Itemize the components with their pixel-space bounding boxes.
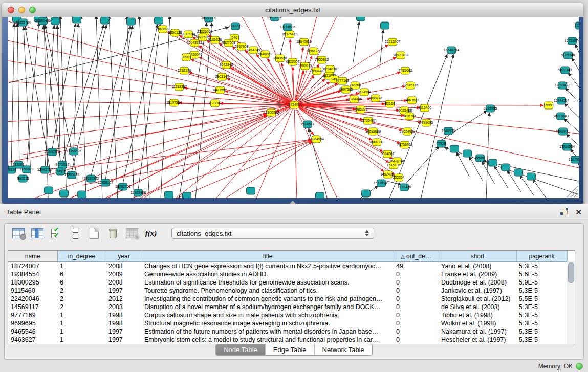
graph-node[interactable]: 67919 xyxy=(437,140,446,147)
graph-node[interactable] xyxy=(155,17,163,24)
graph-node[interactable]: 7857223 xyxy=(229,23,243,30)
graph-node[interactable] xyxy=(101,17,110,24)
table-row[interactable]: 1456911722003Disruption of a novel membe… xyxy=(8,303,567,311)
graph-node[interactable]: 9545 xyxy=(476,155,485,162)
graph-node[interactable]: 12975115 xyxy=(403,82,418,89)
graph-node[interactable]: 16210643 xyxy=(553,113,569,120)
graph-node[interactable]: 98903 xyxy=(182,54,191,61)
tab-node-table[interactable]: Node Table xyxy=(216,344,265,355)
graph-node[interactable]: 8813034 xyxy=(268,17,282,21)
graph-node[interactable]: 1514547 xyxy=(301,121,315,128)
table-selector-dropdown[interactable]: citations_edges.txt xyxy=(171,228,374,239)
graph-node[interactable]: 15751074 xyxy=(564,37,579,45)
table-row[interactable]: 969969511998Structural magnetic resonanc… xyxy=(8,319,567,327)
graph-node[interactable]: 16033809 xyxy=(201,17,216,22)
graph-node[interactable]: 82160 xyxy=(385,100,395,107)
table-row[interactable]: 946554611997Estimation of the future num… xyxy=(8,327,567,336)
graph-node[interactable]: 9227343 xyxy=(558,67,572,74)
graph-node[interactable]: 39134 xyxy=(8,166,16,173)
graph-node[interactable] xyxy=(8,164,9,171)
graph-node[interactable]: 7485063 xyxy=(399,67,412,74)
column-header-short[interactable]: short xyxy=(439,251,516,262)
new-table-button[interactable] xyxy=(88,227,101,239)
graph-node[interactable] xyxy=(450,145,459,152)
table-row[interactable]: 911546021997Tourette syndrome. Phenomeno… xyxy=(8,287,567,295)
column-header-out_de[interactable]: △out_de… xyxy=(394,251,439,262)
graph-node[interactable]: 13505115 xyxy=(64,171,79,179)
graph-node[interactable]: 17016504 xyxy=(559,143,575,150)
panel-splitter-handle[interactable] xyxy=(290,201,296,204)
graph-node[interactable]: 252254 xyxy=(393,174,405,181)
graph-node[interactable]: 9899695 xyxy=(420,119,433,126)
graph-node[interactable]: 114515 xyxy=(55,168,66,175)
graph-node[interactable] xyxy=(60,190,69,197)
graph-node[interactable] xyxy=(357,17,365,21)
clear-selection-button[interactable] xyxy=(69,227,82,239)
graph-node[interactable] xyxy=(183,192,191,198)
graph-node[interactable]: 1990448 xyxy=(310,68,324,75)
column-header-name[interactable]: name xyxy=(8,251,57,262)
table-settings-button[interactable] xyxy=(12,227,25,239)
graph-node[interactable]: 12093872 xyxy=(555,82,570,89)
graph-node[interactable]: 1640910 xyxy=(442,127,455,135)
graph-node[interactable]: 9215955 xyxy=(484,105,497,112)
graph-node[interactable]: 1080748 xyxy=(369,95,383,102)
graph-node[interactable]: 15135141 xyxy=(374,180,389,187)
graph-node[interactable]: 6822057 xyxy=(286,58,300,65)
graph-node[interactable]: 16648784 xyxy=(444,47,459,54)
graph-node[interactable]: 21364436 xyxy=(346,96,362,103)
column-header-pagerank[interactable]: pagerank xyxy=(516,251,567,262)
graph-node[interactable]: 19218506 xyxy=(280,24,295,31)
scrollbar-thumb[interactable] xyxy=(568,262,574,283)
table-row[interactable]: 977716911998Corpus callosum shape and si… xyxy=(8,311,567,319)
network-canvas[interactable]: 1872400779638228860128891293423226058932… xyxy=(8,17,579,198)
table-row[interactable]: 1938455462009Genome-wide association stu… xyxy=(8,270,567,278)
graph-node[interactable] xyxy=(362,190,371,197)
column-header-title[interactable]: title xyxy=(142,251,394,262)
graph-node[interactable] xyxy=(165,191,173,198)
select-all-button[interactable]: ✔✔ xyxy=(50,227,63,239)
graph-node[interactable]: 8912934 xyxy=(182,31,195,38)
graph-node[interactable] xyxy=(527,173,536,180)
delete-table-button[interactable] xyxy=(106,227,120,239)
tab-edge-table[interactable]: Edge Table xyxy=(265,344,314,355)
graph-node[interactable]: 1733426 xyxy=(398,184,411,191)
column-header-in_degree[interactable]: in_degree xyxy=(57,251,106,262)
graph-node[interactable]: 2803144 xyxy=(215,73,229,80)
graph-node[interactable]: 9463627 xyxy=(405,97,419,104)
float-panel-button[interactable] xyxy=(560,209,568,215)
table-row[interactable]: 946362711997Embryonic stem cells: a mode… xyxy=(8,336,567,344)
graph-node[interactable] xyxy=(514,169,523,176)
graph-node[interactable]: 12213967 xyxy=(385,38,400,46)
graph-node[interactable]: 1588520 xyxy=(273,55,287,62)
graph-node[interactable] xyxy=(463,150,472,157)
table-row[interactable]: 1872400712008Changes of HCN gene express… xyxy=(8,262,567,271)
graph-node[interactable]: 2718176 xyxy=(178,67,191,74)
table-row[interactable]: 2242004622012Investigating the contribut… xyxy=(8,295,567,303)
graph-node[interactable]: 19654923 xyxy=(400,128,415,135)
graph-node[interactable]: 12444194 xyxy=(554,97,569,104)
graph-node[interactable]: 12923448 xyxy=(130,189,146,196)
tab-network-table[interactable]: Network Table xyxy=(314,344,372,355)
graph-node[interactable]: 79756928 xyxy=(397,141,412,148)
graph-node[interactable]: 6794028 xyxy=(323,65,337,73)
graph-node[interactable] xyxy=(73,17,81,23)
graph-node[interactable]: 9146821 xyxy=(258,51,272,58)
graph-node[interactable]: 12213367 xyxy=(171,83,187,91)
graph-node[interactable]: 1112 xyxy=(576,22,579,29)
graph-node[interactable]: 1170061 xyxy=(208,100,222,107)
graph-node[interactable]: 1862615 xyxy=(298,62,312,70)
graph-node[interactable] xyxy=(78,191,86,198)
graph-node[interactable]: 12325419 xyxy=(282,31,297,38)
graph-node[interactable]: 950513 xyxy=(17,175,29,182)
close-panel-button[interactable]: ✕ xyxy=(575,209,582,215)
graph-node[interactable]: 17359928 xyxy=(66,148,81,155)
graph-node[interactable] xyxy=(127,18,136,25)
graph-node[interactable] xyxy=(502,164,510,171)
graph-node[interactable]: 3624554 xyxy=(358,89,372,96)
graph-node[interactable]: 9129946 xyxy=(561,52,575,59)
column-header-year[interactable]: year xyxy=(106,251,142,262)
graph-node[interactable]: 15720407 xyxy=(360,117,376,124)
graph-node[interactable]: 1167553 xyxy=(569,156,579,163)
graph-node[interactable]: 8860128 xyxy=(168,29,182,36)
